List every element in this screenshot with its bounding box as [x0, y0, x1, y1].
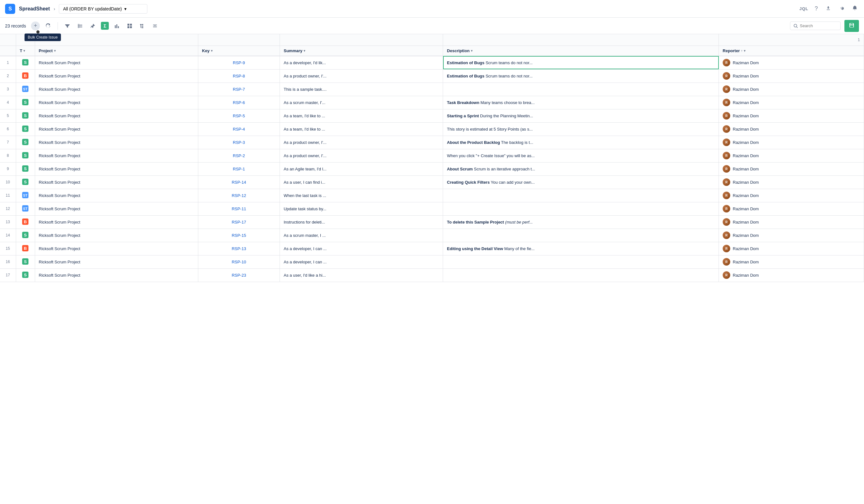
- key-link[interactable]: RSP-8: [233, 74, 245, 79]
- table-container[interactable]: 3 1 T ▾ Project ▾: [0, 34, 864, 504]
- key-link[interactable]: RSP-7: [233, 87, 245, 92]
- key-link[interactable]: RSP-11: [232, 206, 247, 211]
- table-row[interactable]: 1SRicksoft Scrum ProjectRSP-9As a develo…: [0, 56, 864, 70]
- col-header-summary[interactable]: Summary ▾: [279, 46, 443, 56]
- col-header-type[interactable]: T ▾: [16, 46, 35, 56]
- description-sort[interactable]: Description ▾: [447, 48, 715, 53]
- reporter-cell: RRaziman Dom: [719, 83, 864, 96]
- project-sort[interactable]: Project ▾: [39, 48, 194, 53]
- key-link[interactable]: RSP-14: [232, 180, 247, 185]
- row-number: 5: [0, 109, 16, 122]
- search-input[interactable]: [800, 23, 831, 28]
- hide-columns-button[interactable]: [75, 22, 84, 30]
- table-row[interactable]: 17SRicksoft Scrum ProjectRSP-23As a user…: [0, 268, 864, 282]
- col-header-key[interactable]: Key ▾: [198, 46, 279, 56]
- col-header-description[interactable]: Description ▾: [443, 46, 719, 56]
- filter-dropdown[interactable]: All (ORDER BY updatedDate) ▾: [59, 4, 147, 14]
- key-link[interactable]: RSP-17: [232, 220, 247, 225]
- avatar: R: [723, 205, 730, 213]
- svg-text:S: S: [24, 179, 27, 184]
- table-row[interactable]: 10SRicksoft Scrum ProjectRSP-14As a user…: [0, 176, 864, 189]
- grid-view-button[interactable]: [125, 22, 134, 30]
- key-cell[interactable]: RSP-6: [198, 96, 279, 109]
- avatar: R: [723, 178, 730, 186]
- key-cell[interactable]: RSP-15: [198, 229, 279, 242]
- key-cell[interactable]: RSP-9: [198, 56, 279, 70]
- summary-sort[interactable]: Summary ▾: [284, 48, 439, 53]
- save-button[interactable]: [844, 20, 859, 32]
- svg-text:B: B: [24, 246, 26, 250]
- key-cell[interactable]: RSP-13: [198, 242, 279, 255]
- key-cell[interactable]: RSP-7: [198, 83, 279, 96]
- filter-button[interactable]: [63, 22, 72, 30]
- table-row[interactable]: 7SRicksoft Scrum ProjectRSP-3As a produc…: [0, 136, 864, 149]
- help-button[interactable]: ?: [813, 4, 819, 13]
- table-row[interactable]: 6SRicksoft Scrum ProjectRSP-4As a team, …: [0, 122, 864, 136]
- table-row[interactable]: 4SRicksoft Scrum ProjectRSP-6As a scrum …: [0, 96, 864, 109]
- aggregate-button[interactable]: Σ: [101, 22, 109, 30]
- settings-button[interactable]: [838, 4, 846, 14]
- jql-button[interactable]: JQL: [800, 6, 808, 11]
- svg-rect-7: [128, 24, 129, 26]
- key-link[interactable]: RSP-3: [233, 140, 245, 145]
- add-button[interactable]: +: [31, 22, 40, 31]
- refresh-button[interactable]: [44, 22, 52, 30]
- table-row[interactable]: 16SRicksoft Scrum ProjectRSP-10As a deve…: [0, 255, 864, 268]
- table-row[interactable]: 9SRicksoft Scrum ProjectRSP-1As an Agile…: [0, 162, 864, 176]
- key-cell[interactable]: RSP-1: [198, 162, 279, 176]
- reporter-content: RRaziman Dom: [723, 152, 860, 159]
- key-cell[interactable]: RSP-11: [198, 202, 279, 215]
- key-cell[interactable]: RSP-10: [198, 255, 279, 268]
- table-row[interactable]: 5SRicksoft Scrum ProjectRSP-5As a team, …: [0, 109, 864, 122]
- table-row[interactable]: 13BRicksoft Scrum ProjectRSP-17Instructi…: [0, 215, 864, 229]
- key-link[interactable]: RSP-13: [232, 246, 247, 251]
- key-cell[interactable]: RSP-14: [198, 176, 279, 189]
- project-cell: Ricksoft Scrum Project: [35, 96, 198, 109]
- records-count: 23 records: [5, 23, 26, 28]
- summary-cell: Instructions for deleti...: [279, 215, 443, 229]
- col-header-reporter[interactable]: Reporter ↑ ▾: [719, 46, 864, 56]
- summary-cell: This is a sample task....: [279, 83, 443, 96]
- key-cell[interactable]: RSP-8: [198, 69, 279, 83]
- collapse-button[interactable]: [151, 22, 159, 30]
- table-row[interactable]: 2BRicksoft Scrum ProjectRSP-8As a produc…: [0, 69, 864, 83]
- issue-type-icon: S: [22, 168, 29, 173]
- issue-type-cell: S: [16, 255, 35, 268]
- notifications-button[interactable]: [851, 4, 859, 14]
- table-row[interactable]: 14SRicksoft Scrum ProjectRSP-15As a scru…: [0, 229, 864, 242]
- key-link[interactable]: RSP-4: [233, 127, 245, 132]
- key-cell[interactable]: RSP-12: [198, 189, 279, 202]
- key-link[interactable]: RSP-15: [232, 233, 247, 238]
- key-cell[interactable]: RSP-2: [198, 149, 279, 162]
- project-cell: Ricksoft Scrum Project: [35, 255, 198, 268]
- pin-button[interactable]: [88, 22, 97, 30]
- svg-text:S: S: [24, 113, 27, 118]
- bar-chart-button[interactable]: [112, 22, 121, 30]
- key-link[interactable]: RSP-9: [233, 60, 245, 65]
- key-link[interactable]: RSP-12: [232, 193, 247, 198]
- key-link[interactable]: RSP-2: [233, 153, 245, 158]
- row-number: 9: [0, 162, 16, 176]
- table-row[interactable]: 11STRicksoft Scrum ProjectRSP-12When the…: [0, 189, 864, 202]
- key-link[interactable]: RSP-10: [232, 260, 247, 264]
- key-cell[interactable]: RSP-3: [198, 136, 279, 149]
- key-cell[interactable]: RSP-17: [198, 215, 279, 229]
- key-link[interactable]: RSP-6: [233, 100, 245, 105]
- key-link[interactable]: RSP-1: [233, 167, 245, 171]
- col-header-project[interactable]: Project ▾: [35, 46, 198, 56]
- type-sort[interactable]: T ▾: [20, 48, 31, 53]
- table-row[interactable]: 8SRicksoft Scrum ProjectRSP-2As a produc…: [0, 149, 864, 162]
- table-row[interactable]: 3STRicksoft Scrum ProjectRSP-7This is a …: [0, 83, 864, 96]
- table-row[interactable]: 12STRicksoft Scrum ProjectRSP-11Update t…: [0, 202, 864, 215]
- table-row[interactable]: 15BRicksoft Scrum ProjectRSP-13As a deve…: [0, 242, 864, 255]
- issue-type-icon: S: [22, 128, 29, 133]
- reporter-sort[interactable]: Reporter ↑ ▾: [723, 48, 860, 53]
- key-cell[interactable]: RSP-4: [198, 122, 279, 136]
- tree-view-button[interactable]: [138, 22, 147, 30]
- key-link[interactable]: RSP-5: [233, 113, 245, 118]
- key-link[interactable]: RSP-23: [232, 273, 247, 278]
- key-sort[interactable]: Key ▾: [202, 48, 276, 53]
- key-cell[interactable]: RSP-23: [198, 268, 279, 282]
- download-button[interactable]: [824, 4, 832, 14]
- key-cell[interactable]: RSP-5: [198, 109, 279, 122]
